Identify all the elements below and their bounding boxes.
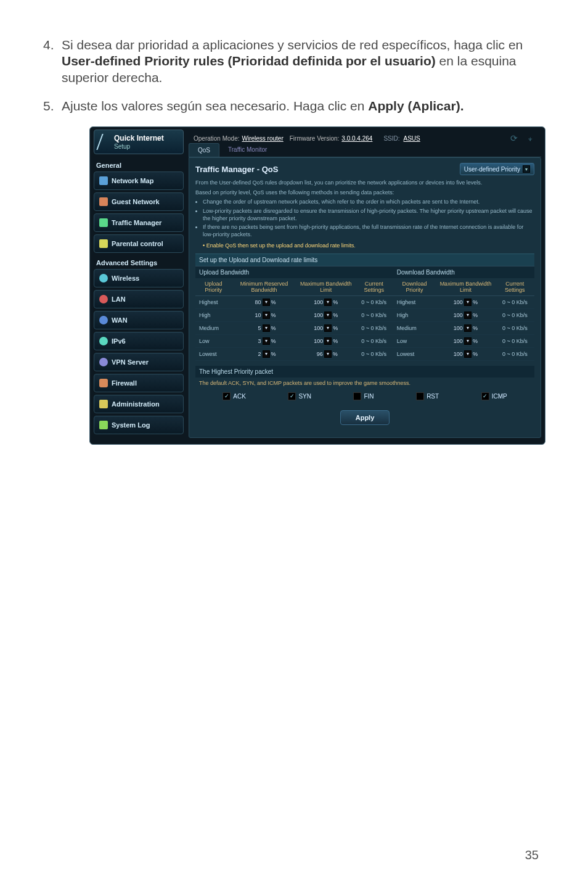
highest-priority-packet-desc: The default ACK, SYN, and ICMP packets a… bbox=[195, 377, 534, 391]
cell-priority: High bbox=[195, 308, 231, 321]
sidebar-item-wireless[interactable]: Wireless bbox=[94, 269, 184, 287]
sidebar-section-advanced: Advanced Settings bbox=[94, 255, 184, 269]
sidebar-label-syslog: System Log bbox=[112, 421, 150, 429]
opmode-label: Operation Mode: bbox=[194, 135, 240, 142]
max-limit-select[interactable]: 100▾% bbox=[314, 337, 338, 345]
min-reserved-select[interactable]: 5▾% bbox=[253, 324, 276, 332]
step-4-pre: Si desea dar prioridad a aplicaciones y … bbox=[62, 38, 523, 52]
checkbox-syn[interactable]: ✓ bbox=[288, 392, 296, 400]
cell-current: 0 ~ 0 Kb/s bbox=[496, 308, 534, 321]
checkbox-fin[interactable] bbox=[353, 392, 361, 400]
max-limit-select[interactable]: 100▾% bbox=[314, 311, 338, 319]
opmode-value[interactable]: Wireless router bbox=[242, 135, 284, 142]
quick-setup-icon bbox=[96, 134, 113, 150]
ssid-value[interactable]: ASUS bbox=[404, 135, 420, 142]
wireless-icon bbox=[99, 274, 108, 283]
table-row: High 10▾% 100▾% 0 ~ 0 Kb/s bbox=[195, 308, 393, 321]
sidebar-item-firewall[interactable]: Firewall bbox=[94, 374, 184, 392]
cell-current: 0 ~ 0 Kb/s bbox=[355, 321, 393, 334]
step-4: 4. Si desea dar prioridad a aplicaciones… bbox=[43, 37, 545, 86]
min-reserved-select[interactable]: 80▾% bbox=[253, 299, 276, 306]
cell-current: 0 ~ 0 Kb/s bbox=[496, 321, 534, 334]
user-defined-priority-label: User-defined Priority bbox=[464, 166, 520, 173]
rate-limits-header: Set up the Upload and Download rate limi… bbox=[195, 254, 534, 266]
cell-current: 0 ~ 0 Kb/s bbox=[355, 295, 393, 308]
cell-priority: Medium bbox=[195, 321, 231, 334]
sidebar-label-ipv6: IPv6 bbox=[112, 337, 126, 345]
tab-qos[interactable]: QoS bbox=[189, 143, 219, 157]
label-icmp: ICMP bbox=[492, 393, 507, 400]
col-upload-priority: Upload Priority bbox=[195, 278, 231, 296]
cell-priority: Low bbox=[195, 334, 231, 347]
step-5-text: Ajuste los valores según sea necesario. … bbox=[62, 98, 545, 114]
firewall-icon bbox=[99, 379, 108, 387]
cell-priority: Medium bbox=[393, 321, 436, 334]
page-number: 35 bbox=[525, 848, 539, 862]
quick-internet-setup[interactable]: Quick Internet Setup bbox=[94, 130, 184, 154]
max-limit-select[interactable]: 100▾% bbox=[314, 299, 338, 306]
sidebar-label-wan: WAN bbox=[112, 316, 128, 324]
bullet-1: Change the order of upstream network pac… bbox=[203, 199, 534, 206]
table-row: Highest 80▾% 100▾% 0 ~ 0 Kb/s bbox=[195, 295, 393, 308]
max-limit-select[interactable]: 96▾% bbox=[314, 350, 338, 358]
sidebar-item-wan[interactable]: WAN bbox=[94, 311, 184, 329]
col-min-reserved: Minimum Reserved Bandwidth bbox=[231, 278, 296, 296]
panel-title: Traffic Manager - QoS bbox=[195, 165, 278, 174]
table-row: Medium 5▾% 100▾% 0 ~ 0 Kb/s bbox=[195, 321, 393, 334]
max-limit-select[interactable]: 100▾% bbox=[454, 337, 478, 345]
sidebar-item-lan[interactable]: LAN bbox=[94, 290, 184, 308]
min-reserved-select[interactable]: 3▾% bbox=[253, 337, 276, 345]
cell-current: 0 ~ 0 Kb/s bbox=[355, 347, 393, 360]
main-content: Operation Mode: Wireless router Firmware… bbox=[187, 127, 545, 444]
sidebar-label-vpn: VPN Server bbox=[112, 358, 149, 366]
download-bandwidth-header: Download Bandwidth bbox=[393, 266, 534, 278]
step-4-text: Si desea dar prioridad a aplicaciones y … bbox=[62, 37, 545, 86]
table-row: Low 100▾% 0 ~ 0 Kb/s bbox=[393, 334, 534, 347]
sidebar: Quick Internet Setup General Network Map… bbox=[90, 127, 187, 444]
upload-bandwidth-header: Upload Bandwidth bbox=[195, 266, 393, 278]
apply-button[interactable]: Apply bbox=[340, 410, 390, 425]
cell-priority: High bbox=[393, 308, 436, 321]
step-5-pre: Ajuste los valores según sea necesario. … bbox=[62, 99, 368, 113]
step-5-number: 5. bbox=[43, 98, 62, 114]
sidebar-item-admin[interactable]: Administration bbox=[94, 395, 184, 413]
sidebar-item-parental[interactable]: Parental control bbox=[94, 234, 184, 253]
cell-priority: Highest bbox=[195, 295, 231, 308]
sidebar-item-networkmap[interactable]: Network Map bbox=[94, 171, 184, 190]
checkbox-rst[interactable] bbox=[416, 392, 424, 400]
enable-qos-link[interactable]: • Enable QoS then set up the upload and … bbox=[195, 242, 534, 249]
upload-table: Upload Priority Minimum Reserved Bandwid… bbox=[195, 278, 393, 361]
max-limit-select[interactable]: 100▾% bbox=[454, 299, 478, 306]
networkmap-icon bbox=[99, 176, 108, 185]
max-limit-select[interactable]: 100▾% bbox=[454, 350, 478, 358]
user-defined-priority-dropdown[interactable]: User-defined Priority ▾ bbox=[460, 163, 534, 175]
quick-sub: Setup bbox=[114, 143, 130, 150]
step-5-bold: Apply (Aplicar). bbox=[368, 99, 463, 113]
min-reserved-select[interactable]: 2▾% bbox=[253, 350, 276, 358]
checkbox-ack[interactable]: ✓ bbox=[223, 392, 231, 400]
checkbox-icmp[interactable]: ✓ bbox=[481, 392, 489, 400]
sidebar-item-traffic[interactable]: Traffic Manager bbox=[94, 213, 184, 232]
sidebar-item-guest[interactable]: Guest Network bbox=[94, 192, 184, 211]
step-4-number: 4. bbox=[43, 37, 62, 86]
sidebar-item-syslog[interactable]: System Log bbox=[94, 416, 184, 434]
sidebar-item-vpn[interactable]: VPN Server bbox=[94, 353, 184, 371]
max-limit-select[interactable]: 100▾% bbox=[454, 311, 478, 319]
cell-priority: Highest bbox=[393, 295, 436, 308]
ipv6-icon bbox=[99, 337, 108, 345]
qos-panel: Traffic Manager - QoS User-defined Prior… bbox=[189, 157, 541, 438]
cell-priority: Lowest bbox=[393, 347, 436, 360]
step-5: 5. Ajuste los valores según sea necesari… bbox=[43, 98, 545, 114]
col-download-priority: Download Priority bbox=[393, 278, 436, 296]
min-reserved-select[interactable]: 10▾% bbox=[253, 311, 276, 319]
fw-value[interactable]: 3.0.0.4.264 bbox=[341, 135, 372, 142]
sidebar-item-ipv6[interactable]: IPv6 bbox=[94, 332, 184, 350]
enable-qos-text: Enable QoS then set up the upload and do… bbox=[206, 242, 356, 249]
topbar: Operation Mode: Wireless router Firmware… bbox=[189, 130, 541, 143]
tab-traffic-monitor[interactable]: Traffic Monitor bbox=[219, 143, 276, 157]
max-limit-select[interactable]: 100▾% bbox=[314, 324, 338, 332]
label-ack: ACK bbox=[233, 393, 246, 400]
table-row: Medium 100▾% 0 ~ 0 Kb/s bbox=[393, 321, 534, 334]
max-limit-select[interactable]: 100▾% bbox=[454, 324, 478, 332]
bullet-3: If there are no packets being sent from … bbox=[203, 224, 534, 238]
